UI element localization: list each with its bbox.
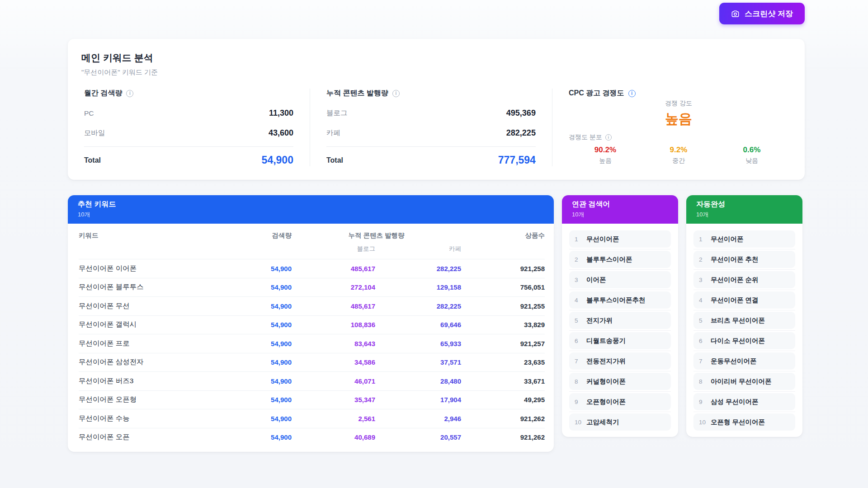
item-text: 무선이어폰 추천 [711, 255, 759, 264]
cell-search: 54,900 [217, 321, 292, 328]
item-text: 전지가위 [586, 316, 613, 325]
table-subheader-row: 블로그 카페 [79, 240, 545, 259]
item-rank: 5 [575, 317, 586, 324]
item-rank: 8 [575, 378, 586, 385]
section-title: 월간 검색량 [84, 89, 122, 98]
list-item[interactable]: 7전동전지가위 [569, 352, 671, 370]
cell-blog: 485,617 [292, 265, 375, 272]
cell-blog: 2,561 [292, 415, 375, 422]
main-keyword-analysis-card: 메인 키워드 분석 "무선이어폰" 키워드 기준 월간 검색량 i PC 11,… [68, 39, 805, 180]
table-row[interactable]: 무선이어폰 수능 54,900 2,561 2,946 921,262 [79, 409, 545, 428]
cell-search: 54,900 [217, 265, 292, 272]
info-icon[interactable]: i [605, 134, 612, 141]
monthly-total-row: Total 54,900 [84, 154, 293, 166]
list-item[interactable]: 7운동무선이어폰 [693, 352, 795, 370]
cell-search: 54,900 [217, 396, 292, 404]
list-item[interactable]: 10고압세척기 [569, 413, 671, 431]
col-blog: 블로그 [292, 245, 375, 253]
table-row[interactable]: 무선이어폰 삼성전자 54,900 34,586 37,571 23,635 [79, 353, 545, 372]
cell-cafe: 65,933 [375, 340, 461, 347]
cell-cafe: 129,158 [375, 283, 461, 291]
col-cafe: 카페 [375, 245, 461, 253]
distribution-item-low: 0.6% 낮음 [715, 145, 788, 165]
item-text: 블루투스이어폰 [586, 255, 632, 264]
list-item[interactable]: 5브리츠 무선이어폰 [693, 312, 795, 329]
list-item[interactable]: 10오픈형 무선이어폰 [693, 413, 795, 431]
cell-blog: 272,104 [292, 283, 375, 291]
item-text: 이어폰 [586, 276, 606, 284]
list-item[interactable]: 1무선이어폰 [569, 230, 671, 248]
cell-cafe: 28,480 [375, 377, 461, 385]
stats-row: 월간 검색량 i PC 11,300 모바일 43,600 Total 54, [81, 89, 791, 166]
cell-cafe: 37,571 [375, 358, 461, 366]
cell-keyword: 무선이어폰 프로 [79, 339, 217, 348]
item-text: 오픈형 무선이어폰 [711, 418, 765, 427]
item-rank: 2 [575, 256, 586, 263]
col-search: 검색량 [217, 231, 292, 240]
table-row[interactable]: 무선이어폰 블루투스 54,900 272,104 129,158 756,05… [79, 278, 545, 297]
list-item[interactable]: 9삼성 무선이어폰 [693, 393, 795, 410]
section-title: CPC 광고 경쟁도 [569, 89, 624, 98]
list-item[interactable]: 6디월트송풍기 [569, 332, 671, 349]
item-text: 커널형이어폰 [586, 377, 626, 386]
list-item[interactable]: 5전지가위 [569, 312, 671, 329]
list-item[interactable]: 6다이소 무선이어폰 [693, 332, 795, 349]
table-row[interactable]: 무선이어폰 버즈3 54,900 46,071 28,480 33,671 [79, 371, 545, 390]
distribution-item-mid: 9.2% 중간 [642, 145, 715, 165]
stat-label: 블로그 [326, 108, 348, 118]
divider [326, 146, 536, 147]
cell-products: 33,829 [461, 321, 545, 328]
distribution-name: 중간 [642, 157, 715, 165]
screenshot-save-label: 스크린샷 저장 [745, 9, 793, 19]
list-item[interactable]: 1무선이어폰 [693, 230, 795, 248]
table-row[interactable]: 무선이어폰 프로 54,900 83,643 65,933 921,257 [79, 334, 545, 353]
card-count: 10개 [78, 211, 544, 219]
table-row[interactable]: 무선이어폰 갤럭시 54,900 108,836 69,646 33,829 [79, 315, 545, 334]
item-rank: 9 [575, 399, 586, 405]
list-item[interactable]: 8커널형이어폰 [569, 373, 671, 390]
distribution-value: 9.2% [642, 145, 715, 155]
cell-blog: 485,617 [292, 302, 375, 310]
list-item[interactable]: 2블루투스이어폰 [569, 251, 671, 268]
table-row[interactable]: 무선이어폰 오픈형 54,900 35,347 17,904 49,295 [79, 390, 545, 409]
col-products: 상품수 [461, 231, 545, 240]
distribution-item-high: 90.2% 높음 [569, 145, 642, 165]
list-item[interactable]: 2무선이어폰 추천 [693, 251, 795, 268]
cumulative-content-section: 누적 콘텐츠 발행량 i 블로그 495,369 카페 282,225 Tota… [310, 89, 552, 166]
item-rank: 9 [699, 399, 711, 405]
list-item[interactable]: 9오픈형이어폰 [569, 393, 671, 410]
cell-products: 921,262 [461, 415, 545, 422]
stat-label: 카페 [326, 128, 340, 138]
screenshot-save-button[interactable]: 스크린샷 저장 [719, 3, 805, 24]
item-rank: 8 [699, 378, 711, 385]
page-title: 메인 키워드 분석 [81, 52, 791, 64]
item-rank: 7 [699, 358, 711, 365]
list-item[interactable]: 8아이리버 무선이어폰 [693, 373, 795, 390]
strength-value: 높음 [569, 110, 788, 128]
info-icon[interactable]: i [126, 90, 133, 97]
autocomplete-card: 자동완성 10개 1무선이어폰 2무선이어폰 추천 3무선이어폰 순위 4무선이… [686, 195, 802, 437]
camera-icon [731, 9, 740, 18]
stat-value: 43,600 [269, 128, 293, 138]
cell-keyword: 무선이어폰 갤럭시 [79, 320, 217, 329]
list-item[interactable]: 3이어폰 [569, 271, 671, 288]
item-rank: 10 [699, 419, 711, 426]
page: 스크린샷 저장 메인 키워드 분석 "무선이어폰" 키워드 기준 월간 검색량 … [0, 0, 868, 488]
total-label: Total [84, 156, 101, 164]
cell-products: 921,255 [461, 302, 545, 310]
item-text: 디월트송풍기 [586, 337, 626, 345]
stat-row-cafe: 카페 282,225 [326, 128, 536, 138]
list-item[interactable]: 3무선이어폰 순위 [693, 271, 795, 288]
item-text: 고압세척기 [586, 418, 619, 427]
table-row[interactable]: 무선이어폰 이어폰 54,900 485,617 282,225 921,258 [79, 259, 545, 278]
item-text: 블루투스이어폰추천 [586, 296, 646, 305]
table-row[interactable]: 무선이어폰 오픈 54,900 40,689 20,557 921,262 [79, 428, 545, 447]
related-searches-header: 연관 검색어 10개 [562, 195, 678, 224]
list-item[interactable]: 4블루투스이어폰추천 [569, 291, 671, 309]
bottom-cards-row: 추천 키워드 10개 키워드 검색량 누적 콘텐츠 발행량 상품수 블로그 카페 [68, 195, 805, 452]
list-item[interactable]: 4무선이어폰 연결 [693, 291, 795, 309]
table-row[interactable]: 무선이어폰 무선 54,900 485,617 282,225 921,255 [79, 296, 545, 315]
card-title: 자동완성 [696, 200, 793, 209]
info-icon[interactable]: i [392, 90, 400, 97]
info-icon[interactable]: i [628, 90, 636, 97]
